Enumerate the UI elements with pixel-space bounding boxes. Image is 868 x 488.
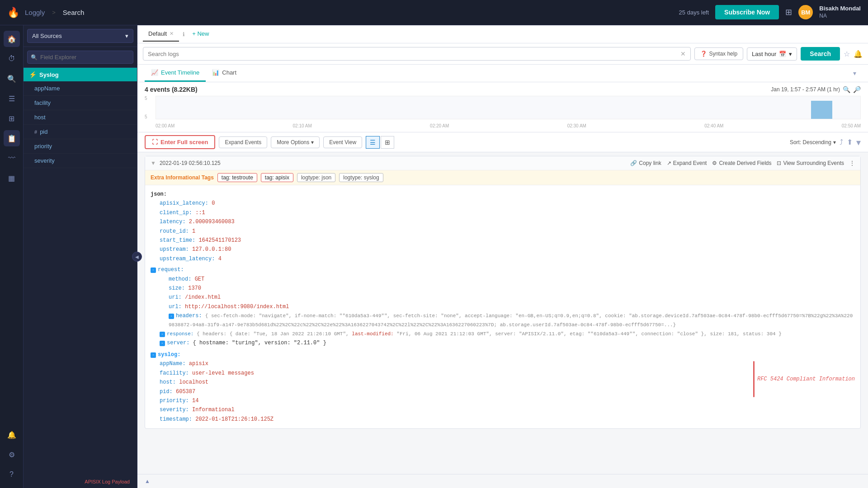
server-row: -server: { hostname: "turing", version: … — [151, 338, 855, 347]
home-icon[interactable]: 🏠 — [4, 31, 20, 47]
widgets-icon[interactable]: ▦ — [4, 170, 20, 186]
avatar[interactable]: BM — [798, 5, 813, 19]
expand-view-button[interactable]: ▾ — [849, 65, 861, 81]
field-upstream-latency: upstream_latency: 4 — [151, 254, 855, 263]
alerts-icon[interactable]: 🔔 — [4, 427, 20, 443]
panel-collapse-button[interactable]: ◀ — [132, 252, 142, 262]
chart-icon: 📊 — [212, 69, 219, 76]
expand-event-button[interactable]: ↗ Expand Event — [667, 160, 707, 166]
help-icon[interactable]: ? — [4, 466, 20, 483]
list-view-icon[interactable]: ☰ — [366, 136, 380, 149]
star-icon[interactable]: ☆ — [844, 50, 850, 58]
field-explorer-panel: All Sources ▾ 🔍 ⚡ Syslog appName facilit… — [24, 25, 137, 488]
time-selector[interactable]: Last hour 📅 ▾ — [747, 47, 797, 61]
field-route-id: route_id: 1 — [151, 227, 855, 236]
app-layout: 🏠 ⏱ 🔍 ☰ ⊞ 📋 〰 ▦ 🔔 ⚙ ? All Sources ▾ 🔍 ⚡ … — [0, 25, 868, 488]
zoom-out-icon[interactable]: 🔍 — [843, 86, 850, 93]
expand-events-button[interactable]: Expand Events — [219, 136, 267, 148]
syslog-section: -syslog: — [151, 350, 855, 359]
search-input-wrap: ✕ — [143, 47, 691, 61]
sort-button[interactable]: Sort: Descending ▾ — [790, 139, 836, 145]
link-icon: 🔗 — [630, 160, 637, 166]
expand-up-icon: ▲ — [145, 478, 150, 484]
tab-info-icon[interactable]: ℹ — [183, 31, 185, 38]
analytics-icon[interactable]: 〰 — [4, 150, 20, 166]
headers-collapse-icon[interactable]: - — [169, 314, 174, 319]
grid-view-icon[interactable]: ⊞ — [381, 136, 394, 149]
search-input[interactable] — [148, 51, 678, 57]
syntax-help-button[interactable]: ❓ Syntax help — [694, 47, 743, 60]
search-icon-sidebar[interactable]: 🔍 — [4, 70, 20, 87]
tab-close-icon[interactable]: ✕ — [170, 31, 174, 37]
event-timestamp: 2022-01-19 02:56:10.125 — [160, 160, 221, 166]
log-event-header[interactable]: ▼ 2022-01-19 02:56:10.125 🔗 Copy link ↗ … — [145, 156, 860, 170]
tab-new[interactable]: + New — [187, 27, 214, 42]
list-icon[interactable]: ☰ — [4, 90, 20, 107]
activity-icon[interactable]: ⏱ — [4, 51, 20, 67]
field-item-appname[interactable]: appName — [24, 81, 137, 96]
view-toggles: 📈 Event Timeline 📊 Chart ▾ — [137, 65, 868, 82]
tab-chart[interactable]: 📊 Chart — [206, 65, 243, 82]
subscribe-button[interactable]: Subscribe Now — [715, 5, 779, 19]
grid-icon[interactable]: ⊞ — [785, 7, 792, 17]
create-derived-button[interactable]: ⚙ Create Derived Fields — [712, 160, 771, 166]
time-label-3: 02:30 AM — [567, 123, 586, 128]
icon-sidebar: 🏠 ⏱ 🔍 ☰ ⊞ 📋 〰 ▦ 🔔 ⚙ ? — [0, 25, 24, 488]
copy-link-button[interactable]: 🔗 Copy link — [630, 160, 661, 166]
response-collapse-icon[interactable]: - — [160, 332, 165, 337]
tag-testroute[interactable]: tag: testroute — [217, 173, 257, 182]
event-actions: 🔗 Copy link ↗ Expand Event ⚙ Create Deri… — [630, 160, 855, 166]
field-explorer-input[interactable] — [27, 51, 133, 64]
share-button[interactable]: ⤴ — [840, 138, 843, 146]
brand-link[interactable]: Loggly — [25, 9, 45, 16]
user-role: NA — [819, 13, 861, 20]
field-start-time: start_time: 1642541170123 — [151, 236, 855, 245]
event-panel: 📈 Event Timeline 📊 Chart ▾ 4 events (8.2… — [137, 65, 868, 474]
collapse-icon[interactable]: ▼ — [151, 160, 156, 166]
log-icon[interactable]: 📋 — [4, 130, 20, 146]
field-item-facility[interactable]: facility — [24, 96, 137, 110]
syslog-fields-list: appName: apisix facility: user-level mes… — [151, 359, 746, 424]
time-label-4: 02:40 AM — [704, 123, 723, 128]
logtype-json[interactable]: logtype: json — [297, 173, 335, 182]
dashboard-icon[interactable]: ⊞ — [4, 110, 20, 127]
server-collapse-icon[interactable]: - — [160, 341, 165, 346]
request-section: -request: — [151, 265, 855, 274]
tab-new-label: + New — [192, 30, 209, 37]
view-surrounding-button[interactable]: ⊡ View Surrounding Events — [777, 160, 844, 166]
bell-icon[interactable]: 🔔 — [854, 50, 863, 58]
tag-apisix[interactable]: tag: apisix — [261, 173, 293, 182]
fullscreen-label: Enter Full screen — [160, 139, 208, 145]
field-item-pid[interactable]: # pid — [24, 125, 137, 139]
search-button[interactable]: Search — [801, 47, 840, 61]
syslog-collapse-icon[interactable]: - — [151, 352, 156, 358]
tab-event-timeline[interactable]: 📈 Event Timeline — [145, 65, 206, 82]
time-range-label: Last hour — [752, 51, 776, 57]
settings-icon[interactable]: ⚙ — [4, 446, 20, 463]
timeline-icon: 📈 — [151, 69, 158, 76]
all-sources-button[interactable]: All Sources ▾ — [27, 29, 133, 43]
zoom-in-icon[interactable]: 🔎 — [853, 86, 861, 93]
export-button[interactable]: ⬆ — [847, 138, 853, 146]
y-max-label: 5 — [145, 96, 154, 101]
request-collapse-icon[interactable]: - — [151, 267, 156, 273]
field-label: facility — [34, 99, 51, 106]
more-options-button[interactable]: More Options ▾ — [271, 136, 320, 148]
event-more-button[interactable]: ⋮ — [849, 160, 855, 166]
bottom-panel-toggle[interactable]: ▲ — [137, 474, 868, 488]
field-label: priority — [34, 143, 52, 150]
field-item-host[interactable]: host — [24, 110, 137, 125]
view-surrounding-label: View Surrounding Events — [783, 160, 844, 166]
field-item-severity[interactable]: severity — [24, 154, 137, 168]
syslog-header[interactable]: ⚡ Syslog — [24, 68, 137, 81]
field-item-priority[interactable]: priority — [24, 139, 137, 154]
view-icons: ☰ ⊞ — [366, 136, 394, 149]
rfc-label: RFC 5424 Compliant Information — [757, 375, 855, 384]
tab-default[interactable]: Default ✕ — [143, 27, 179, 42]
logtype-syslog[interactable]: logtype: syslog — [339, 173, 383, 182]
fullscreen-button[interactable]: ⛶ Enter Full screen — [145, 135, 215, 149]
search-clear-icon[interactable]: ✕ — [680, 50, 686, 57]
field-client-ip: client_ip: ::1 — [151, 208, 855, 217]
more-menu-button[interactable]: ▾ — [856, 137, 861, 148]
event-view-button[interactable]: Event View — [323, 136, 362, 148]
